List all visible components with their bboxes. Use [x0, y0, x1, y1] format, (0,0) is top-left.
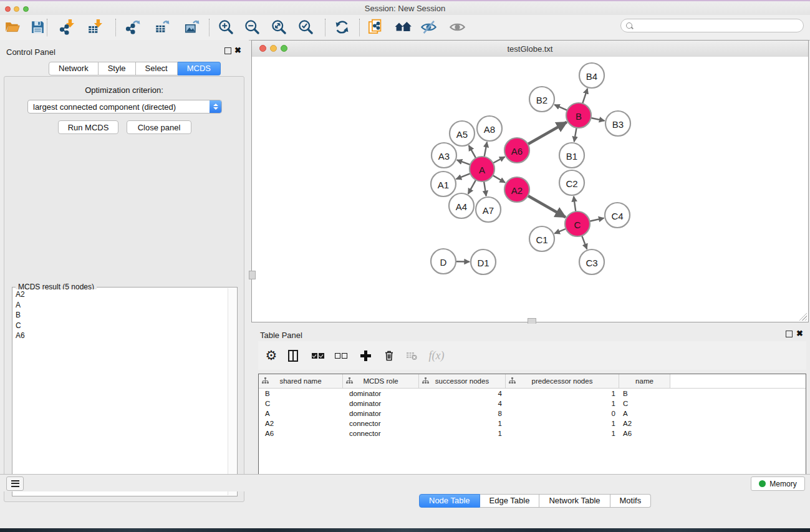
table-cell-name[interactable]: A6 [619, 428, 670, 438]
create-column-icon[interactable] [357, 347, 374, 364]
graph-edge-A-A3[interactable] [457, 160, 470, 165]
table-cell-shared-name[interactable]: C [259, 399, 343, 409]
graph-edge-A-A8[interactable] [485, 142, 487, 157]
table-cell-name[interactable]: A [619, 409, 670, 418]
mcds-result-item[interactable]: A6 [13, 331, 228, 341]
table-cell-name[interactable]: A2 [619, 418, 670, 428]
table-cell-predecessor-nodes[interactable]: 1 [506, 418, 619, 428]
dropdown-stepper-icon[interactable] [210, 100, 221, 113]
mcds-result-item[interactable]: A [13, 300, 228, 311]
export-image-icon[interactable] [183, 17, 201, 36]
import-table-icon[interactable] [85, 17, 104, 36]
task-history-button[interactable] [6, 476, 24, 491]
graph-edge-C-C4[interactable] [590, 218, 604, 221]
save-session-icon[interactable] [28, 17, 47, 36]
zoom-fit-icon[interactable] [269, 17, 288, 36]
show-graphics-details-icon[interactable] [448, 17, 466, 36]
mcds-result-item[interactable]: B [13, 310, 228, 321]
zoom-out-icon[interactable] [243, 17, 261, 36]
mcds-result-item[interactable]: C [13, 321, 228, 331]
memory-button[interactable]: Memory [751, 476, 805, 491]
delete-table-icon[interactable] [403, 347, 420, 364]
search-field[interactable] [620, 19, 804, 32]
run-mcds-button[interactable]: Run MCDS [58, 120, 118, 134]
table-cell-mcds-role[interactable]: dominator [343, 389, 419, 399]
graph-edge-B-B3[interactable] [591, 118, 605, 121]
tab-mcds[interactable]: MCDS [178, 62, 221, 75]
hide-panels-icon[interactable] [419, 17, 438, 36]
graph-edge-A-A6[interactable] [493, 157, 505, 163]
function-builder-icon[interactable]: f(x) [428, 347, 445, 364]
mcds-result-item[interactable]: A2 [13, 289, 228, 300]
table-cell-shared-name[interactable]: A [259, 409, 343, 418]
graph-edge-B-B1[interactable] [574, 128, 577, 142]
new-network-from-file-icon[interactable] [366, 17, 385, 36]
tab-network-table[interactable]: Network Table [539, 494, 610, 508]
table-cell-predecessor-nodes[interactable]: 0 [506, 409, 619, 418]
table-row[interactable]: A2connector11A2 [259, 418, 806, 428]
close-panel-icon[interactable]: ✖ [234, 47, 241, 54]
graph-edge-A-A4[interactable] [468, 180, 476, 193]
table-cell-shared-name[interactable]: A2 [259, 418, 343, 428]
zoom-in-icon[interactable] [216, 17, 235, 36]
mcds-result-list[interactable]: A2ABCA6 [13, 289, 228, 495]
tab-select[interactable]: Select [136, 62, 178, 75]
table-cell-mcds-role[interactable]: dominator [343, 399, 419, 409]
table-options-gear-icon[interactable]: ⚙ [263, 347, 280, 364]
table-cell-mcds-role[interactable]: connector [343, 418, 419, 428]
show-all-panels-icon[interactable] [394, 17, 413, 36]
table-cell-successor-nodes[interactable]: 4 [419, 399, 506, 409]
column-header-shared-name[interactable]: shared name [259, 374, 343, 388]
graph-edge-C-C3[interactable] [582, 236, 587, 249]
table-cell-name[interactable]: B [619, 389, 670, 399]
table-cell-name[interactable]: C [619, 399, 670, 409]
graph-edge-A-A1[interactable] [456, 173, 471, 179]
close-table-panel-icon[interactable]: ✖ [796, 330, 803, 337]
import-network-icon[interactable] [57, 17, 76, 36]
select-all-columns-icon[interactable] [309, 347, 327, 364]
close-panel-button[interactable]: Close panel [127, 120, 191, 134]
graph-edge-C-C2[interactable] [574, 196, 576, 211]
graph-edge-A-A7[interactable] [484, 181, 486, 196]
tab-network[interactable]: Network [49, 62, 99, 75]
mcds-result-scrollbar[interactable] [228, 288, 236, 495]
tab-node-table[interactable]: Node Table [419, 494, 480, 508]
graph-edge-A2-C[interactable] [528, 196, 565, 217]
unselect-all-columns-icon[interactable] [332, 347, 350, 364]
graph-edge-C-C1[interactable] [554, 229, 566, 234]
table-cell-predecessor-nodes[interactable]: 1 [506, 389, 619, 399]
search-input[interactable] [635, 21, 794, 31]
export-table-icon[interactable] [153, 17, 171, 36]
column-header-successor-nodes[interactable]: successor nodes [419, 374, 506, 388]
table-cell-mcds-role[interactable]: dominator [343, 409, 419, 418]
table-row[interactable]: A6connector11A6 [259, 428, 806, 438]
table-row[interactable]: Adominator80A [259, 409, 806, 418]
float-table-panel-icon[interactable] [786, 331, 793, 337]
table-cell-successor-nodes[interactable]: 4 [419, 389, 506, 399]
table-cell-successor-nodes[interactable]: 8 [419, 409, 506, 418]
refresh-icon[interactable] [332, 17, 351, 36]
tab-motifs[interactable]: Motifs [610, 494, 652, 508]
table-cell-shared-name[interactable]: A6 [259, 428, 343, 438]
show-column-icon[interactable] [284, 347, 302, 364]
graph-edge-A-A2[interactable] [493, 175, 505, 183]
window-titlebar[interactable]: Session: New Session [0, 1, 810, 15]
network-view-titlebar[interactable]: testGlobe.txt [252, 41, 808, 57]
open-session-icon[interactable] [3, 17, 22, 36]
delete-column-trash-icon[interactable] [380, 347, 398, 364]
column-header-mcds-role[interactable]: MCDS role [343, 374, 419, 388]
table-cell-mcds-role[interactable]: connector [343, 428, 419, 438]
float-panel-icon[interactable] [224, 47, 231, 54]
network-canvas[interactable]: B4B2BB3A5A8A6B1A3AA1C2A2A4A7CC4C1C3DD1 [252, 57, 808, 322]
graph-edge-B-B4[interactable] [582, 89, 587, 104]
graph-edge-A6-B[interactable] [528, 122, 566, 144]
table-cell-successor-nodes[interactable]: 1 [419, 418, 506, 428]
table-row[interactable]: Bdominator41B [259, 389, 806, 399]
graph-edge-B-B2[interactable] [554, 105, 567, 110]
column-header-name[interactable]: name [619, 374, 670, 388]
tab-edge-table[interactable]: Edge Table [480, 494, 540, 508]
table-cell-predecessor-nodes[interactable]: 1 [506, 428, 619, 438]
table-row[interactable]: Cdominator41C [259, 399, 806, 409]
splitpane-divider-handle-left[interactable] [249, 271, 256, 279]
graph-edge-A-A5[interactable] [469, 145, 476, 158]
